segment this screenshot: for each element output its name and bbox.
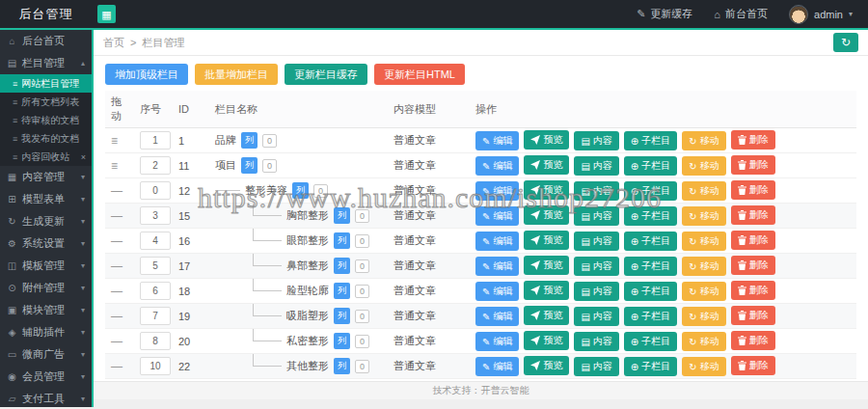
- list-badge[interactable]: 列: [241, 132, 258, 149]
- sort-input[interactable]: [140, 232, 171, 250]
- drag-handle-icon[interactable]: ≡: [111, 134, 118, 148]
- action-button-delete[interactable]: 删除: [731, 205, 775, 225]
- action-button-edit[interactable]: ✎编辑: [475, 257, 519, 276]
- action-button-subcolumn[interactable]: ⊕子栏目: [624, 232, 677, 251]
- list-badge[interactable]: 列: [292, 182, 309, 199]
- column-name[interactable]: 私密整形: [286, 334, 329, 348]
- action-button-preview[interactable]: 预览: [524, 306, 569, 325]
- action-button-content[interactable]: ▤内容: [574, 307, 618, 326]
- action-button-content[interactable]: ▤内容: [574, 257, 618, 276]
- sidebar-subitem-3[interactable]: ≡我发布的文档: [0, 129, 92, 148]
- action-button-edit[interactable]: ✎编辑: [475, 282, 519, 301]
- sidebar-item-8[interactable]: ▣模块管理▾: [0, 299, 92, 321]
- sort-input[interactable]: [140, 257, 171, 275]
- action-button-delete[interactable]: 删除: [731, 180, 775, 200]
- action-button-delete[interactable]: 删除: [731, 331, 775, 350]
- sidebar-item-2[interactable]: ▦内容管理▾: [0, 166, 92, 188]
- sidebar-subitem-1[interactable]: ≡所有文档列表: [0, 93, 92, 111]
- column-name[interactable]: 品牌: [215, 133, 236, 148]
- action-button-edit[interactable]: ✎编辑: [475, 206, 519, 226]
- action-button-content[interactable]: ▤内容: [574, 131, 618, 150]
- action-button-preview[interactable]: 预览: [524, 256, 569, 275]
- action-button-content[interactable]: ▤内容: [574, 156, 618, 176]
- action-button-edit[interactable]: ✎编辑: [475, 156, 519, 176]
- action-button-move[interactable]: ↻移动: [682, 357, 725, 376]
- sidebar-subitem-4[interactable]: ≡内容回收站×: [0, 148, 92, 166]
- action-button-preview[interactable]: 预览: [524, 130, 569, 150]
- action-button-preview[interactable]: 预览: [524, 205, 569, 225]
- action-button-edit[interactable]: ✎编辑: [475, 131, 519, 150]
- sidebar-item-0[interactable]: ⌂后台首页: [0, 30, 92, 52]
- column-name[interactable]: 吸脂塑形: [286, 309, 329, 323]
- sidebar-item-5[interactable]: ⚙系统设置▾: [0, 232, 92, 255]
- menu-toggle-button[interactable]: ▦: [97, 5, 116, 23]
- action-button-move[interactable]: ↻移动: [682, 131, 725, 150]
- toolbar-button-0[interactable]: 增加顶级栏目: [105, 64, 188, 85]
- column-name[interactable]: 胸部整形: [286, 208, 329, 223]
- sort-input[interactable]: [140, 357, 171, 375]
- list-badge[interactable]: 列: [334, 308, 350, 324]
- front-home-link[interactable]: ⌂ 前台首页: [714, 7, 768, 21]
- drag-handle-icon[interactable]: —: [111, 285, 122, 298]
- sidebar-item-4[interactable]: ↻生成更新▾: [0, 210, 92, 232]
- action-button-edit[interactable]: ✎编辑: [475, 357, 519, 376]
- close-icon[interactable]: ×: [81, 152, 86, 162]
- drag-handle-icon[interactable]: —: [111, 209, 122, 223]
- sidebar-item-1[interactable]: ▤栏目管理▴: [0, 52, 92, 74]
- sidebar-item-10[interactable]: ▭微商广告▾: [0, 343, 92, 366]
- sidebar-item-3[interactable]: ⊞模型表单▾: [0, 188, 92, 210]
- drag-handle-icon[interactable]: —: [111, 234, 122, 248]
- action-button-edit[interactable]: ✎编辑: [475, 232, 519, 251]
- action-button-move[interactable]: ↻移动: [682, 156, 725, 176]
- sort-input[interactable]: [140, 181, 171, 200]
- action-button-delete[interactable]: 删除: [731, 256, 775, 275]
- sidebar-item-6[interactable]: ◫模板管理▾: [0, 255, 92, 277]
- action-button-preview[interactable]: 预览: [524, 180, 569, 200]
- action-button-preview[interactable]: 预览: [524, 155, 569, 175]
- list-badge[interactable]: 列: [334, 283, 350, 299]
- action-button-edit[interactable]: ✎编辑: [475, 332, 519, 351]
- column-name[interactable]: 项目: [215, 158, 236, 173]
- drag-handle-icon[interactable]: —: [111, 184, 122, 198]
- sidebar-subitem-0[interactable]: ≡网站栏目管理: [0, 74, 92, 93]
- action-button-subcolumn[interactable]: ⊕子栏目: [624, 181, 677, 201]
- sort-input[interactable]: [140, 156, 171, 175]
- action-button-subcolumn[interactable]: ⊕子栏目: [624, 257, 677, 276]
- action-button-delete[interactable]: 删除: [731, 155, 775, 175]
- drag-handle-icon[interactable]: ≡: [111, 159, 118, 173]
- user-menu[interactable]: admin ▾: [789, 5, 853, 24]
- action-button-delete[interactable]: 删除: [731, 130, 775, 150]
- sort-input[interactable]: [140, 282, 171, 300]
- column-name[interactable]: 眼部整形: [286, 233, 329, 248]
- drag-handle-icon[interactable]: —: [111, 360, 122, 373]
- action-button-content[interactable]: ▤内容: [574, 357, 618, 376]
- action-button-delete[interactable]: 删除: [731, 231, 775, 250]
- action-button-delete[interactable]: 删除: [731, 306, 775, 325]
- action-button-preview[interactable]: 预览: [524, 331, 569, 350]
- column-name[interactable]: 其他整形: [286, 359, 329, 373]
- action-button-move[interactable]: ↻移动: [682, 206, 725, 226]
- action-button-content[interactable]: ▤内容: [574, 206, 618, 226]
- action-button-content[interactable]: ▤内容: [574, 232, 618, 251]
- sort-input[interactable]: [140, 206, 171, 225]
- drag-handle-icon[interactable]: —: [111, 259, 122, 273]
- column-name[interactable]: 整形美容: [245, 183, 287, 198]
- toolbar-button-2[interactable]: 更新栏目缓存: [285, 64, 367, 85]
- toolbar-button-3[interactable]: 更新栏目HTML: [374, 64, 465, 85]
- column-name[interactable]: 鼻部整形: [286, 259, 329, 273]
- action-button-move[interactable]: ↻移动: [682, 282, 725, 301]
- list-badge[interactable]: 列: [334, 232, 350, 249]
- refresh-button[interactable]: ↻: [833, 33, 858, 52]
- action-button-subcolumn[interactable]: ⊕子栏目: [624, 156, 677, 176]
- sidebar-item-7[interactable]: ⊙附件管理▾: [0, 277, 92, 299]
- action-button-move[interactable]: ↻移动: [682, 332, 725, 351]
- drag-handle-icon[interactable]: —: [111, 335, 122, 348]
- update-cache-link[interactable]: ✎ 更新缓存: [637, 7, 692, 21]
- action-button-move[interactable]: ↻移动: [682, 257, 725, 276]
- sidebar-item-11[interactable]: ◉会员管理▾: [0, 366, 92, 388]
- action-button-delete[interactable]: 删除: [731, 281, 775, 300]
- sidebar-subitem-2[interactable]: ≡待审核的文档: [0, 111, 92, 129]
- action-button-move[interactable]: ↻移动: [682, 181, 725, 201]
- toolbar-button-1[interactable]: 批量增加栏目: [195, 64, 278, 85]
- action-button-delete[interactable]: 删除: [731, 356, 775, 375]
